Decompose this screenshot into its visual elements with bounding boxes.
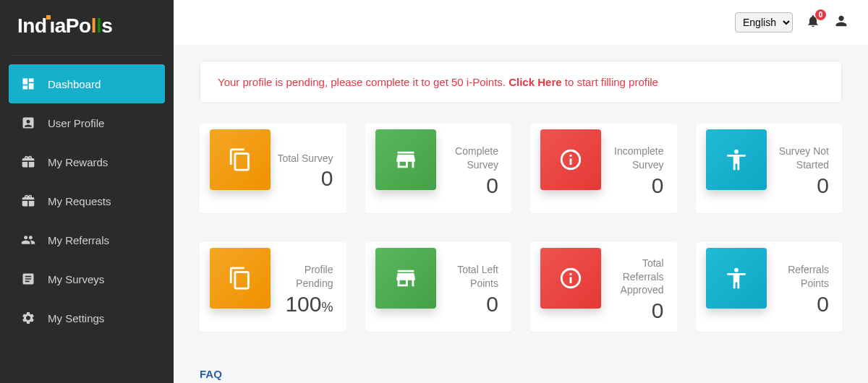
card-label: Survey Not Started bbox=[767, 145, 830, 172]
card-label: Total Referrals Approved bbox=[601, 257, 664, 298]
info-icon bbox=[540, 248, 601, 309]
info-icon bbox=[540, 129, 601, 190]
card-value: 0 bbox=[767, 173, 830, 198]
copy-icon bbox=[210, 248, 271, 309]
sidebar-item-label: My Surveys bbox=[48, 273, 104, 285]
card-referrals-points: Referrals Points 0 bbox=[696, 242, 843, 332]
card-label: Total Left Points bbox=[436, 263, 499, 291]
language-select[interactable]: English bbox=[735, 12, 793, 33]
person-icon bbox=[833, 13, 849, 29]
brand-logo: IndıaPolls bbox=[0, 0, 174, 55]
card-complete-survey: Complete Survey 0 bbox=[365, 124, 512, 213]
topbar: English 0 bbox=[174, 0, 868, 45]
sidebar-item-label: My Rewards bbox=[48, 156, 108, 168]
content: Your profile is pending, please complete… bbox=[174, 45, 868, 383]
banner-text-suffix: to start filling profile bbox=[562, 76, 658, 88]
card-label: Complete Survey bbox=[436, 145, 499, 172]
card-value: 100% bbox=[271, 292, 333, 317]
profile-menu[interactable] bbox=[833, 13, 849, 32]
list-icon bbox=[20, 271, 36, 287]
notifications-badge: 0 bbox=[815, 9, 826, 20]
sidebar-item-my-surveys[interactable]: My Surveys bbox=[9, 259, 165, 298]
accessibility-icon bbox=[706, 129, 767, 190]
card-total-referrals-approved: Total Referrals Approved 0 bbox=[530, 242, 677, 332]
dashboard-icon bbox=[20, 76, 36, 92]
banner-click-here-link[interactable]: Click Here bbox=[509, 76, 561, 88]
store-icon bbox=[375, 248, 436, 309]
sidebar-item-label: My Referrals bbox=[48, 234, 109, 246]
banner-text-prefix: Your profile is pending, please complete… bbox=[218, 76, 509, 88]
card-value: 0 bbox=[436, 292, 499, 317]
card-value: 0 bbox=[436, 173, 499, 198]
sidebar-divider bbox=[10, 55, 163, 56]
sidebar-item-label: User Profile bbox=[48, 117, 104, 129]
user-icon bbox=[20, 115, 36, 131]
sidebar-item-label: Dashboard bbox=[48, 78, 101, 90]
accessibility-icon bbox=[706, 248, 767, 309]
card-value: 0 bbox=[767, 292, 830, 317]
sidebar-item-my-referrals[interactable]: My Referrals bbox=[9, 220, 165, 259]
main: English 0 Your profile is pending, pleas… bbox=[174, 0, 868, 383]
sidebar-item-label: My Requests bbox=[48, 195, 111, 207]
people-icon bbox=[20, 232, 36, 248]
card-value: 0 bbox=[601, 173, 664, 198]
sidebar-item-my-rewards[interactable]: My Rewards bbox=[9, 142, 165, 181]
card-total-left-points: Total Left Points 0 bbox=[365, 242, 512, 332]
gift-icon bbox=[20, 193, 36, 209]
gear-icon bbox=[20, 310, 36, 326]
faq-link[interactable]: FAQ bbox=[200, 361, 842, 380]
sidebar: IndıaPolls Dashboard User Profile bbox=[0, 0, 174, 383]
card-incomplete-survey: Incomplete Survey 0 bbox=[530, 124, 677, 213]
sidebar-nav: Dashboard User Profile My Rewards My Req… bbox=[0, 61, 174, 340]
store-icon bbox=[375, 129, 436, 190]
card-total-survey: Total Survey 0 bbox=[200, 124, 346, 213]
gift-icon bbox=[20, 154, 36, 170]
copy-icon bbox=[210, 129, 271, 190]
sidebar-item-my-requests[interactable]: My Requests bbox=[9, 181, 165, 220]
card-profile-pending: Profile Pending 100% bbox=[200, 242, 346, 332]
card-label: Profile Pending bbox=[271, 263, 333, 291]
profile-pending-banner: Your profile is pending, please complete… bbox=[200, 61, 842, 103]
card-label: Total Survey bbox=[271, 152, 333, 165]
sidebar-item-label: My Settings bbox=[48, 312, 104, 324]
stats-row-1: Total Survey 0 Complete Survey 0 bbox=[200, 124, 842, 213]
sidebar-item-my-settings[interactable]: My Settings bbox=[9, 298, 165, 337]
card-value: 0 bbox=[601, 298, 664, 323]
card-survey-not-started: Survey Not Started 0 bbox=[696, 124, 843, 213]
card-label: Referrals Points bbox=[767, 263, 830, 291]
card-label: Incomplete Survey bbox=[601, 145, 664, 172]
notifications-button[interactable]: 0 bbox=[806, 14, 820, 31]
sidebar-item-dashboard[interactable]: Dashboard bbox=[9, 64, 165, 103]
card-value: 0 bbox=[271, 166, 333, 191]
stats-row-2: Profile Pending 100% Total Left Points 0 bbox=[200, 242, 842, 332]
sidebar-item-user-profile[interactable]: User Profile bbox=[9, 103, 165, 142]
